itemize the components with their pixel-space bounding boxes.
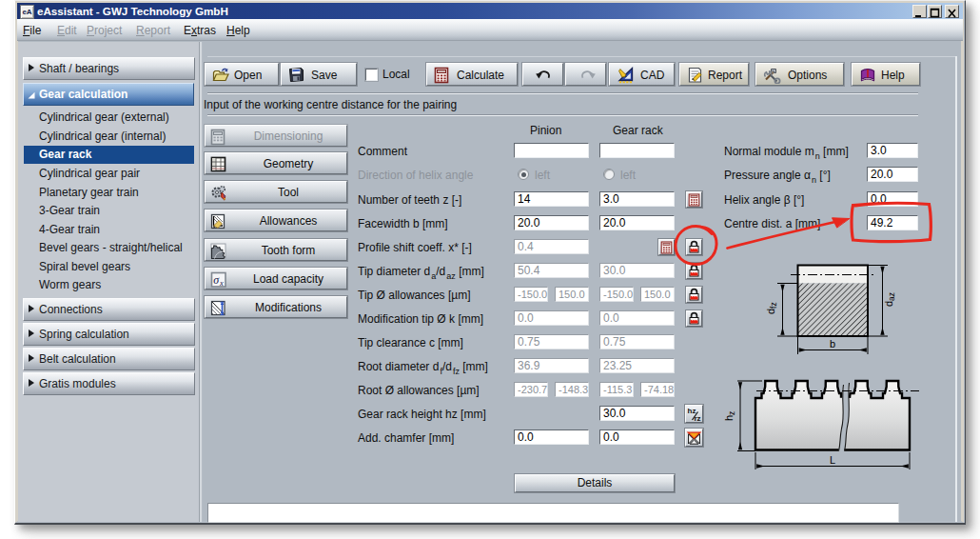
- svg-text:hz: hz: [723, 411, 736, 421]
- svg-text:b: b: [830, 338, 835, 349]
- svg-text:dfz: dfz: [765, 302, 778, 314]
- svg-text:L: L: [830, 454, 835, 466]
- svg-text:daz: daz: [883, 292, 896, 307]
